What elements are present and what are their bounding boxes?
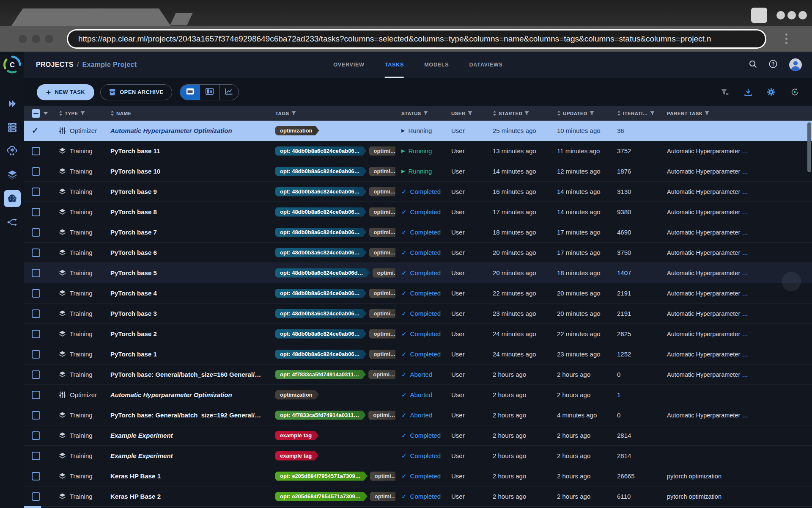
column-header-tags[interactable]: TAGS: [269, 111, 395, 116]
browser-new-tab-button[interactable]: [170, 13, 193, 25]
task-parent[interactable]: pytorch optimization: [661, 493, 812, 500]
tag-chip[interactable]: optimization: [275, 126, 319, 135]
task-name[interactable]: PyTorch base 7: [104, 229, 269, 236]
tag-chip[interactable]: optimi…: [369, 329, 395, 339]
table-row[interactable]: TrainingPyTorch base 7opt: 48db0b8a6c824…: [24, 222, 812, 243]
sort-icon[interactable]: [59, 110, 63, 116]
tag-chip[interactable]: opt: 48db0b8a6c824ce0ab06…: [275, 309, 367, 318]
sort-icon[interactable]: [557, 110, 561, 116]
sidebar-item-double-chevron[interactable]: [0, 92, 24, 116]
filter-clear-icon[interactable]: [721, 88, 729, 96]
sidebar-item-brain[interactable]: [0, 187, 24, 210]
task-name[interactable]: PyTorch base 10: [104, 168, 269, 175]
row-checkbox[interactable]: [24, 492, 53, 501]
task-name[interactable]: Example Experiment: [104, 432, 269, 439]
table-row[interactable]: TrainingPyTorch base 2opt: 48db0b8a6c824…: [24, 324, 812, 344]
table-row[interactable]: TrainingPyTorch base 1opt: 48db0b8a6c824…: [24, 344, 812, 364]
row-checkbox[interactable]: [24, 330, 53, 338]
tag-chip[interactable]: optimi…: [369, 228, 395, 237]
tag-chip[interactable]: optimi…: [369, 309, 395, 318]
sidebar-item-cloud-gear[interactable]: [0, 139, 24, 163]
task-parent[interactable]: Automatic Hyperparameter …: [661, 148, 812, 155]
filter-icon[interactable]: [705, 111, 709, 116]
address-bar[interactable]: https://app.clear.ml/projects/2043a1657f…: [67, 29, 766, 49]
tag-chip[interactable]: opt: 48db0b8a6c824ce0ab06…: [275, 207, 367, 217]
task-name[interactable]: PyTorch base 3: [104, 310, 269, 317]
row-checkbox[interactable]: [24, 167, 53, 176]
sidebar-item-pipeline[interactable]: [0, 210, 24, 234]
task-name[interactable]: PyTorch base 1: [104, 351, 269, 358]
tag-chip[interactable]: optimi…: [369, 146, 395, 156]
table-row[interactable]: TrainingExample Experimentexample tag✓Co…: [24, 446, 812, 466]
help-icon[interactable]: ?: [769, 60, 777, 70]
tag-chip[interactable]: optimi…: [369, 289, 395, 298]
task-name[interactable]: PyTorch base 5: [104, 269, 269, 276]
row-checkbox-checked[interactable]: ✓: [24, 127, 53, 135]
column-header-updated[interactable]: UPDATED: [551, 110, 611, 116]
filter-icon[interactable]: [590, 111, 594, 116]
tag-chip[interactable]: optimi…: [368, 370, 395, 379]
tag-chip[interactable]: opt: 48db0b8a6c824ce0ab06d…: [275, 268, 370, 278]
task-name[interactable]: Example Experiment: [104, 452, 269, 459]
task-name[interactable]: Keras HP Base 1: [104, 472, 269, 480]
column-header-type[interactable]: TYPE: [53, 110, 104, 116]
table-row[interactable]: TrainingPyTorch base 8opt: 48db0b8a6c824…: [24, 202, 812, 222]
tag-chip[interactable]: opt: e205d684f7954571a7309…: [275, 492, 368, 501]
row-checkbox[interactable]: [24, 452, 53, 460]
row-checkbox[interactable]: [24, 248, 53, 257]
task-name[interactable]: PyTorch base 4: [104, 290, 269, 297]
filter-icon[interactable]: [291, 111, 296, 116]
task-name[interactable]: PyTorch base 6: [104, 249, 269, 256]
task-name[interactable]: PyTorch base: General/batch_size=192 Gen…: [104, 411, 269, 419]
task-parent[interactable]: Automatic Hyperparameter …: [661, 310, 812, 317]
task-parent[interactable]: Automatic Hyperparameter …: [661, 249, 812, 256]
tag-chip[interactable]: opt: 48db0b8a6c824ce0ab06…: [275, 329, 367, 339]
tag-chip[interactable]: optimi…: [369, 187, 395, 196]
row-checkbox[interactable]: [24, 431, 53, 440]
table-row[interactable]: ✓OptimizerAutomatic Hyperparameter Optim…: [24, 121, 812, 141]
task-name[interactable]: PyTorch base: General/batch_size=160 Gen…: [104, 371, 269, 378]
table-row[interactable]: OptimizerAutomatic Hyperparameter Optimi…: [24, 385, 812, 405]
tag-chip[interactable]: opt: 48db0b8a6c824ce0ab06…: [275, 228, 367, 237]
task-name[interactable]: PyTorch base 11: [104, 147, 269, 155]
tag-chip[interactable]: optimi…: [369, 350, 395, 359]
row-checkbox[interactable]: [24, 269, 53, 277]
task-parent[interactable]: Automatic Hyperparameter …: [661, 229, 812, 236]
tag-chip[interactable]: example tag: [275, 451, 318, 461]
task-name[interactable]: PyTorch base 2: [104, 330, 269, 337]
select-all-indeterminate-checkbox[interactable]: [32, 109, 40, 118]
sidebar-item-servers[interactable]: [0, 116, 24, 139]
filter-icon[interactable]: [524, 111, 529, 116]
task-parent[interactable]: Automatic Hyperparameter …: [661, 351, 812, 358]
tag-chip[interactable]: opt: 48db0b8a6c824ce0ab06…: [275, 187, 367, 196]
tag-chip[interactable]: example tag: [275, 431, 318, 440]
task-name[interactable]: PyTorch base 9: [104, 188, 269, 195]
task-name[interactable]: Automatic Hyperparameter Optimization: [104, 127, 269, 134]
table-row[interactable]: TrainingPyTorch base 3opt: 48db0b8a6c824…: [24, 304, 812, 324]
task-parent[interactable]: Automatic Hyperparameter …: [661, 412, 812, 419]
column-header-status[interactable]: STATUS: [395, 111, 445, 116]
chevron-down-icon[interactable]: [44, 112, 48, 115]
row-checkbox[interactable]: [24, 370, 53, 379]
tab-overview[interactable]: OVERVIEW: [333, 52, 365, 78]
row-checkbox[interactable]: [24, 208, 53, 216]
task-name[interactable]: Automatic Hyperparameter Optimization: [104, 391, 269, 398]
user-avatar[interactable]: [789, 58, 802, 71]
table-row[interactable]: TrainingKeras HP Base 1opt: e205d684f795…: [24, 466, 812, 486]
task-parent[interactable]: Automatic Hyperparameter …: [661, 168, 812, 175]
new-task-button[interactable]: + NEW TASK: [37, 84, 94, 100]
tag-chip[interactable]: optimi…: [373, 268, 395, 278]
browser-window-control[interactable]: [751, 8, 767, 23]
browser-active-tab[interactable]: [11, 8, 171, 26]
task-name[interactable]: Keras HP Base 2: [104, 493, 269, 500]
tag-chip[interactable]: optimization: [275, 390, 319, 400]
row-checkbox[interactable]: [24, 309, 53, 318]
scrollbar-thumb[interactable]: [807, 122, 811, 172]
column-header-user[interactable]: USER: [445, 111, 487, 116]
tag-chip[interactable]: optimi…: [370, 472, 395, 481]
filter-icon[interactable]: [80, 111, 85, 116]
settings-icon[interactable]: [767, 88, 775, 96]
table-row[interactable]: TrainingKeras HP Base 2opt: e205d684f795…: [24, 486, 812, 507]
column-header-started[interactable]: STARTED: [487, 110, 551, 116]
column-header-name[interactable]: NAME: [104, 110, 269, 116]
